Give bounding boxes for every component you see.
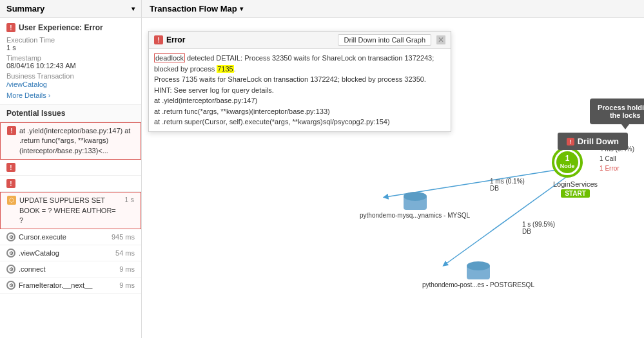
issue-time-3: 1 s bbox=[124, 196, 134, 203]
edge-mysql-time: 1 ms (0.1%) bbox=[490, 178, 525, 185]
issue-time-6: 9 ms bbox=[119, 265, 135, 273]
gear-icon-6: ⚙ bbox=[6, 265, 15, 274]
summary-title: Summary bbox=[6, 4, 44, 14]
business-transaction-label: Business Transaction bbox=[6, 72, 135, 80]
process-holding-line1: Process holding bbox=[598, 104, 644, 111]
ue-title: ! User Experience: Error bbox=[6, 23, 135, 32]
txn-flow-title: Transaction Flow Map bbox=[150, 4, 237, 14]
business-transaction-link[interactable]: /viewCatalog bbox=[6, 80, 47, 88]
edge-mysql-type: DB bbox=[490, 185, 525, 192]
issue-text-0: at .yield(interceptor/base.py:147) at .r… bbox=[19, 126, 134, 156]
node-sub-label: Node bbox=[560, 164, 575, 170]
error-line-2: Process 7135 waits for ShareLock on tran… bbox=[154, 74, 445, 95]
more-details-arrow-icon: › bbox=[48, 92, 50, 99]
error-popup-header: ! Error Drill Down into Call Graph ✕ bbox=[149, 32, 451, 49]
process-holding-line2: the locks bbox=[598, 111, 644, 119]
ue-error-icon: ! bbox=[6, 23, 15, 32]
edge-label-postgresql: 1 s (99.5%) DB bbox=[522, 221, 555, 235]
issue-item-gear-6[interactable]: ⚙ .connect 9 ms bbox=[0, 261, 141, 277]
issue-text-7: FrameIterator.__next__ bbox=[19, 281, 116, 289]
mysql-db-icon: pythondemo-mysq...ynamics - MYSQL bbox=[360, 192, 470, 219]
summary-header[interactable]: Summary ▾ bbox=[0, 0, 141, 18]
error-line-4: at .return func(*args, **kwargs)(interce… bbox=[154, 106, 445, 117]
timestamp-label: Timestamp bbox=[6, 54, 135, 62]
issue-time-7: 9 ms bbox=[119, 281, 135, 289]
issue-item-gear-5[interactable]: ⚙ .viewCatalog 54 ms bbox=[0, 245, 141, 261]
login-services-label: LoginServices START bbox=[553, 180, 598, 198]
timestamp-value: 08/04/16 10:12:43 AM bbox=[6, 62, 135, 70]
drill-down-error-icon: ! bbox=[567, 138, 574, 146]
mysql-db-label: pythondemo-mysq...ynamics - MYSQL bbox=[360, 212, 470, 219]
execution-time-row: Execution Time 1 s bbox=[6, 36, 135, 52]
deadlock-highlight: deadlock bbox=[154, 53, 185, 62]
edge-label-mysql: 1 ms (0.1%) DB bbox=[490, 178, 525, 192]
node-circle-inner: 1 Node bbox=[556, 151, 578, 173]
login-services-text: LoginServices bbox=[553, 180, 598, 188]
issue-error-icon-0: ! bbox=[7, 126, 16, 135]
drill-down-button[interactable]: ! Drill Down bbox=[558, 133, 628, 150]
node-circle-container[interactable]: 1 Node bbox=[552, 147, 583, 178]
postgresql-db-label: pythondemo-post...es - POSTGRESQL bbox=[422, 281, 534, 288]
error-popup-icon: ! bbox=[154, 35, 163, 44]
process-holding-tooltip: Process holding the locks bbox=[590, 99, 644, 124]
gear-icon-4: ⚙ bbox=[6, 232, 15, 241]
edge-postgresql-time: 1 s (99.5%) bbox=[522, 221, 555, 228]
issue-time-4: 945 ms bbox=[112, 233, 135, 241]
execution-time-value: 1 s bbox=[6, 44, 135, 52]
issue-text-5: .viewCatalog bbox=[19, 249, 112, 257]
summary-chevron-icon[interactable]: ▾ bbox=[132, 5, 135, 12]
flow-canvas: ! Error Drill Down into Call Graph ✕ dea… bbox=[142, 18, 644, 338]
issue-item-2[interactable]: ! bbox=[0, 176, 141, 192]
node-errors: 1 Error bbox=[600, 164, 634, 173]
mysql-db-cylinder bbox=[404, 192, 427, 210]
txn-flow-header: Transaction Flow Map ▾ bbox=[142, 0, 644, 18]
pid-highlight: 7135 bbox=[217, 65, 233, 73]
mysql-db-top bbox=[404, 192, 427, 201]
drill-down-label: Drill Down bbox=[578, 136, 619, 146]
sql-icon-3: ⬡ bbox=[7, 196, 16, 205]
error-popup-close-button[interactable]: ✕ bbox=[436, 35, 445, 44]
drill-down-call-graph-button[interactable]: Drill Down into Call Graph bbox=[338, 34, 431, 46]
execution-time-label: Execution Time bbox=[6, 36, 135, 44]
potential-issues-header: Potential Issues bbox=[0, 105, 141, 122]
right-panel: Transaction Flow Map ▾ ! Error bbox=[142, 0, 644, 338]
error-popup-title-area: ! Error bbox=[154, 35, 185, 44]
user-experience-section: ! User Experience: Error Execution Time … bbox=[0, 18, 141, 105]
postgresql-db-top bbox=[467, 261, 490, 270]
issues-container: ! at .yield(interceptor/base.py:147) at … bbox=[0, 122, 141, 294]
edge-postgresql-type: DB bbox=[522, 228, 555, 235]
issue-error-icon-1: ! bbox=[6, 163, 15, 172]
issue-item-sql-3[interactable]: ⬡ UPDATE SUPPLIERS SET BOOK = ? WHERE AU… bbox=[0, 192, 141, 229]
gear-icon-7: ⚙ bbox=[6, 281, 15, 290]
issue-text-3: UPDATE SUPPLIERS SET BOOK = ? WHERE AUTH… bbox=[19, 196, 119, 225]
error-popup: ! Error Drill Down into Call Graph ✕ dea… bbox=[148, 31, 451, 132]
node-calls: 1 Call bbox=[600, 154, 634, 164]
issue-item-gear-4[interactable]: ⚙ Cursor.execute 945 ms bbox=[0, 229, 141, 245]
gear-icon-5: ⚙ bbox=[6, 249, 15, 258]
error-line-3: at .yield(interceptor/base.py:147) bbox=[154, 95, 445, 106]
txn-flow-dropdown-icon[interactable]: ▾ bbox=[240, 5, 243, 12]
error-popup-title: Error bbox=[166, 35, 185, 44]
issue-error-icon-2: ! bbox=[6, 179, 15, 188]
issue-text-4: Cursor.execute bbox=[19, 233, 108, 241]
error-popup-body: deadlock detected DETAIL: Process 32350 … bbox=[149, 49, 451, 131]
issue-text-6: .connect bbox=[19, 265, 116, 273]
postgresql-db-cylinder bbox=[467, 261, 490, 279]
timestamp-row: Timestamp 08/04/16 10:12:43 AM bbox=[6, 54, 135, 70]
node-number: 1 bbox=[565, 155, 570, 163]
more-details-button[interactable]: More Details › bbox=[6, 91, 135, 99]
issue-time-5: 54 ms bbox=[115, 249, 135, 257]
business-transaction-row: Business Transaction /viewCatalog bbox=[6, 72, 135, 89]
start-badge: START bbox=[561, 189, 590, 198]
issue-item-0[interactable]: ! at .yield(interceptor/base.py:147) at … bbox=[0, 122, 141, 160]
more-details-text: More Details bbox=[6, 91, 46, 99]
issue-item-gear-7[interactable]: ⚙ FrameIterator.__next__ 9 ms bbox=[0, 277, 141, 294]
left-panel: Summary ▾ ! User Experience: Error Execu… bbox=[0, 0, 142, 338]
ue-title-text: User Experience: Error bbox=[19, 23, 103, 32]
issue-item-1[interactable]: ! bbox=[0, 160, 141, 176]
postgresql-db-icon: pythondemo-post...es - POSTGRESQL bbox=[422, 261, 534, 288]
error-line-1: deadlock detected DETAIL: Process 32350 … bbox=[154, 53, 445, 74]
error-line-5: at .return super(Cursor, self).execute(*… bbox=[154, 117, 445, 127]
error-popup-actions: Drill Down into Call Graph ✕ bbox=[338, 34, 445, 46]
node-circle-outer: 1 Node bbox=[552, 147, 583, 178]
